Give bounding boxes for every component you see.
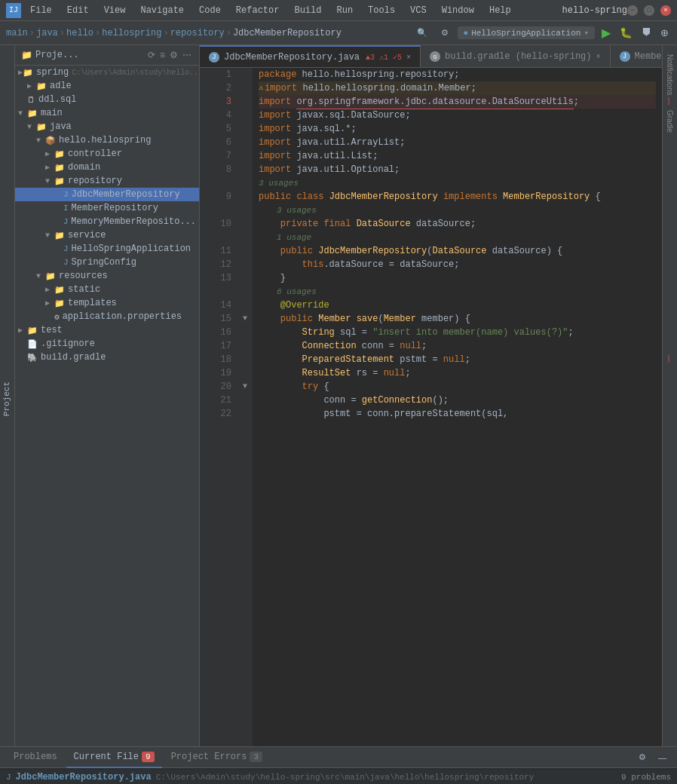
expand-icon-test: ▶ (18, 326, 27, 335)
breadcrumb-hellospring[interactable]: hellospring (102, 28, 161, 38)
tab-current-file[interactable]: Current File 9 (66, 747, 162, 768)
tree-item-springconfig[interactable]: J SpringConfig (15, 256, 199, 269)
close-button[interactable]: × (660, 5, 671, 16)
line-num-15: 15 (200, 312, 237, 326)
menu-edit[interactable]: Edit (64, 4, 92, 17)
tab-jdbc[interactable]: J JdbcMemberRepository.java ▲3 ⚠1 ✓5 × (200, 45, 421, 68)
tree-item-ddlsql[interactable]: 🗒 ddl.sql (15, 93, 199, 106)
tree-item-repository[interactable]: ▼ 📁 repository (15, 174, 199, 188)
menu-navigate[interactable]: Navigate (137, 4, 187, 17)
tree-label-hellospringapp: HelloSpringApplication (72, 243, 191, 254)
tab-close-build[interactable]: × (596, 53, 601, 61)
breadcrumb-hello[interactable]: hello (66, 28, 93, 38)
folder-icon-test: 📁 (27, 326, 38, 335)
code-line-10: private final DataSource dataSource; (259, 217, 656, 231)
tree-label-ddlsql: ddl.sql (38, 94, 76, 105)
tab-problems[interactable]: Problems (6, 747, 65, 768)
tree-label-test: test (41, 325, 63, 335)
expand-arrow-15[interactable]: ▼ (243, 312, 247, 326)
tree-item-memberrepo[interactable]: I MemberRepository (15, 201, 199, 215)
tree-label-controller: controller (68, 149, 122, 159)
tree-item-spring[interactable]: ▶ 📁 spring C:\Users\Admin\study\hello... (15, 66, 199, 79)
sidebar-header: 📁 Proje... ⟳ ≡ ⚙ ⋯ (15, 45, 199, 66)
problems-close-button[interactable]: — (654, 750, 671, 764)
line-num-18: 18 (200, 353, 237, 366)
menu-run[interactable]: Run (333, 4, 356, 17)
tree-item-resources[interactable]: ▼ 📁 resources (15, 269, 199, 283)
maximize-button[interactable]: □ (644, 5, 654, 16)
tab-servicetest[interactable]: J MemberServiceTest.java × (611, 45, 662, 68)
code-area[interactable]: package hello.hellospring.repository; ⚠ … (253, 68, 662, 746)
code-line-17: Connection conn = null; (259, 339, 656, 353)
tree-item-memorymember[interactable]: J MemoryMemberReposito... (15, 215, 199, 228)
settings-button[interactable]: ⚙ (437, 26, 453, 40)
code-hint-usages1: 3 usages (259, 176, 656, 190)
tree-item-service[interactable]: ▼ 📁 service (15, 228, 199, 242)
menu-window[interactable]: Window (439, 4, 477, 17)
minimize-button[interactable]: − (627, 5, 638, 16)
sidebar-collapse-button[interactable]: ≡ (158, 48, 167, 62)
project-panel-label[interactable]: Project (0, 378, 14, 419)
sidebar-more-button[interactable]: ⋯ (181, 48, 193, 62)
tab-label-build: build.gradle (hello-spring) (445, 51, 591, 62)
menu-code[interactable]: Code (196, 4, 224, 17)
tree-item-hellospring[interactable]: ▼ 📦 hello.hellospring (15, 133, 199, 147)
breadcrumb-main[interactable]: main (6, 28, 28, 38)
gutter-7 (237, 149, 253, 163)
tree-item-gitignore[interactable]: 📄 .gitignore (15, 337, 199, 351)
folder-icon-service: 📁 (54, 231, 65, 240)
run-button[interactable]: ▶ (599, 23, 613, 42)
tree-item-java[interactable]: ▼ 📁 java (15, 120, 199, 133)
tree-item-adle[interactable]: ▶ 📁 adle (15, 79, 199, 93)
problem-file-row[interactable]: J JdbcMemberRepository.java C:\Users\Adm… (0, 770, 677, 784)
folder-icon-adle: 📁 (36, 81, 47, 91)
tree-item-buildgradle[interactable]: 🐘 build.gradle (15, 351, 199, 364)
tree-item-static[interactable]: ▶ 📁 static (15, 283, 199, 296)
tree-label-jdbcmember: JdbcMemberRepository (72, 189, 180, 200)
tree-label-domain: domain (68, 162, 100, 173)
menu-build[interactable]: Build (291, 4, 324, 17)
breadcrumb-java[interactable]: java (36, 28, 58, 38)
menu-refactor[interactable]: Refactor (233, 4, 283, 17)
gutter-12 (237, 258, 253, 271)
profile-button[interactable]: ⊕ (658, 25, 671, 41)
project-name: Proje... (35, 50, 143, 60)
code-line-21: conn = getConnection(); (259, 394, 656, 407)
code-line-14: @Override (259, 299, 656, 312)
menu-tools[interactable]: Tools (365, 4, 398, 17)
tree-item-jdbcmember[interactable]: J JdbcMemberRepository (15, 188, 199, 201)
tree-item-test[interactable]: ▶ 📁 test (15, 323, 199, 337)
tree-item-hellospringapp[interactable]: J HelloSpringApplication (15, 242, 199, 256)
search-button[interactable]: 🔍 (412, 26, 432, 40)
menu-vcs[interactable]: VCS (407, 4, 430, 17)
tab-close-jdbc[interactable]: × (406, 54, 411, 62)
menu-file[interactable]: File (27, 4, 55, 17)
problems-settings-button[interactable]: ⚙ (634, 750, 651, 764)
breadcrumb-repository[interactable]: repository (170, 28, 225, 38)
tree-item-main[interactable]: ▼ 📁 main (15, 106, 199, 120)
tab-build[interactable]: G build.gradle (hello-spring) × (421, 45, 610, 68)
coverage-button[interactable]: ⛊ (639, 25, 654, 41)
tree-item-domain[interactable]: ▶ 📁 domain (15, 161, 199, 174)
tree-item-appprops[interactable]: ⚙ application.properties (15, 310, 199, 323)
menu-view[interactable]: View (101, 4, 129, 17)
problem-file-count: 9 problems (621, 773, 671, 782)
code-hint-usages3: 1 usage (259, 231, 656, 244)
run-config: ● HelloSpringApplication ▾ (458, 26, 595, 39)
gradle-button[interactable]: Gradle (664, 104, 675, 139)
tree-label-main: main (41, 108, 63, 118)
gradle-file-icon: 🐘 (27, 353, 38, 363)
gutter-19 (237, 366, 253, 380)
breadcrumb-class[interactable]: JdbcMemberRepository (233, 28, 342, 38)
tree-item-controller[interactable]: ▶ 📁 controller (15, 147, 199, 161)
notifications-button[interactable]: Notifications (664, 48, 675, 101)
expand-arrow-20[interactable]: ▼ (243, 380, 247, 394)
tab-project-errors[interactable]: Project Errors 3 (164, 747, 270, 768)
tree-item-templates[interactable]: ▶ 📁 templates (15, 296, 199, 310)
code-line-4: import javax.sql.DataSource; (259, 109, 656, 122)
sidebar-settings-button[interactable]: ⚙ (168, 48, 179, 62)
profile-icon: ⊕ (660, 27, 669, 38)
sidebar-sync-button[interactable]: ⟳ (146, 48, 157, 62)
debug-button[interactable]: 🐛 (617, 25, 635, 41)
menu-help[interactable]: Help (486, 4, 514, 17)
